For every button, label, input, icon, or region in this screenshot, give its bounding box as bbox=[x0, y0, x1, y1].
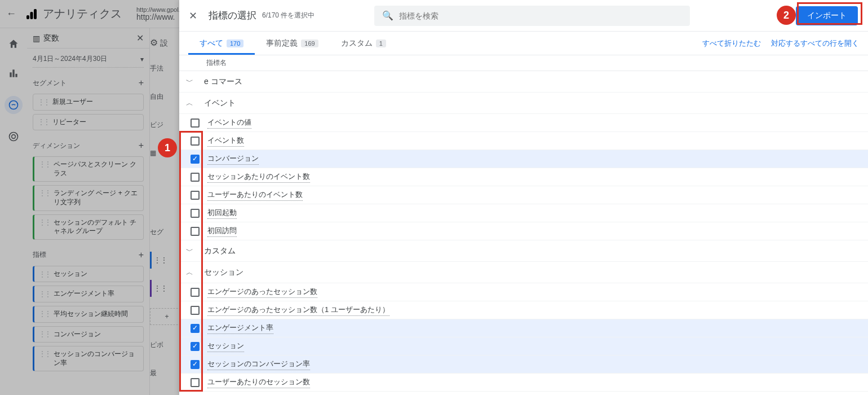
metric-checkbox[interactable] bbox=[191, 227, 200, 236]
dimension-pill[interactable]: ⋮⋮ランディング ページ + クエリ文字列 bbox=[33, 185, 144, 210]
metric-pill[interactable]: ⋮⋮セッションのコンバージョン率 bbox=[33, 346, 144, 371]
analytics-logo-icon bbox=[25, 7, 38, 21]
tab-custom[interactable]: カスタム 1 bbox=[330, 32, 397, 55]
pivot-label: ピボ bbox=[150, 336, 184, 353]
reports-icon[interactable] bbox=[7, 67, 20, 80]
drag-handle-icon: ⋮⋮ bbox=[38, 98, 49, 106]
variables-panel: ▥ 変数 ✕ 4月1日～2024年4月30日 ▾ セグメント + ⋮⋮新規ユーザ… bbox=[27, 28, 150, 395]
import-button[interactable]: インポート bbox=[796, 6, 858, 25]
modal-title: 指標の選択 bbox=[209, 9, 256, 22]
metric-item-row[interactable]: セッションあたりのイベント数 bbox=[179, 168, 868, 186]
close-variables-icon[interactable]: ✕ bbox=[136, 33, 144, 43]
metric-item-row[interactable]: セッションのコンバージョン率 bbox=[179, 356, 868, 374]
variables-icon: ▥ bbox=[33, 34, 40, 43]
metric-checkbox[interactable] bbox=[191, 209, 200, 218]
modal-header: ✕ 指標の選択 6/170 件を選択中 🔍 インポート bbox=[179, 0, 868, 32]
search-box[interactable]: 🔍 bbox=[374, 6, 690, 26]
search-input[interactable] bbox=[399, 11, 682, 20]
dimension-pill[interactable]: ⋮⋮セッションのデフォルト チャネル グループ bbox=[33, 214, 144, 240]
tab-all[interactable]: すべて 170 bbox=[188, 32, 255, 55]
metric-item-row[interactable]: エンゲージのあったセッション数（1 ユーザーあたり） bbox=[179, 301, 868, 319]
expand-matching-link[interactable]: 対応するすべての行を開く bbox=[771, 38, 859, 49]
chevron-down-icon[interactable]: ﹀ bbox=[183, 77, 196, 87]
segments-section-header: セグメント + bbox=[33, 76, 144, 90]
metric-item-label: エンゲージのあったセッション数（1 ユーザーあたり） bbox=[207, 304, 389, 317]
advertising-icon[interactable] bbox=[7, 130, 20, 143]
metric-item-label: 初回訪問 bbox=[207, 225, 237, 238]
metric-item-row[interactable]: コンバージョン bbox=[179, 150, 868, 168]
metric-group-row[interactable]: ﹀カスタム bbox=[179, 240, 868, 262]
metric-checkbox[interactable] bbox=[191, 306, 200, 315]
drag-handle-icon: ⋮⋮ bbox=[39, 270, 50, 278]
metric-pill[interactable]: ⋮⋮エンゲージメント率 bbox=[33, 286, 144, 302]
metric-item-row[interactable]: イベント数 bbox=[179, 132, 868, 150]
add-segment-icon[interactable]: + bbox=[139, 78, 144, 88]
metric-item-row[interactable]: ユーザーあたりのセッション数 bbox=[179, 374, 868, 392]
metric-checkbox[interactable] bbox=[191, 155, 200, 164]
metric-group-row[interactable]: ﹀e コマース bbox=[179, 71, 868, 93]
metric-item-row[interactable]: 初回訪問 bbox=[179, 222, 868, 240]
segment-pill[interactable]: ⋮⋮リピーター bbox=[33, 114, 144, 131]
metric-group-row[interactable]: ︿イベント bbox=[179, 93, 868, 114]
home-icon[interactable] bbox=[7, 37, 20, 51]
dimension-pill[interactable]: ⋮⋮ページパスとスクリーン クラス bbox=[33, 156, 144, 182]
explore-icon[interactable] bbox=[5, 96, 23, 114]
metric-item-row[interactable]: エンゲージメント率 bbox=[179, 319, 868, 337]
metric-pill[interactable]: ⋮⋮コンバージョン bbox=[33, 326, 144, 343]
collapse-all-link[interactable]: すべて折りたたむ bbox=[702, 38, 761, 49]
svg-point-8 bbox=[12, 135, 16, 139]
drag-handle-icon: ⋮⋮ bbox=[39, 310, 50, 318]
metric-picker-modal: ✕ 指標の選択 6/170 件を選択中 🔍 インポート すべて 170 事前定義… bbox=[179, 0, 868, 395]
selection-count: 6/170 件を選択中 bbox=[262, 11, 315, 20]
metric-checkbox[interactable] bbox=[191, 191, 200, 200]
visualization-label: ビジ bbox=[150, 116, 184, 133]
add-dimension-icon[interactable]: + bbox=[139, 141, 144, 151]
metric-checkbox[interactable] bbox=[191, 342, 200, 351]
metric-item-label: セッションのコンバージョン率 bbox=[207, 358, 310, 371]
metric-checkbox[interactable] bbox=[191, 360, 200, 369]
metric-item-label: セッションあたりのイベント数 bbox=[207, 171, 310, 183]
metric-item-row[interactable]: ユーザーあたりのイベント数 bbox=[179, 186, 868, 204]
add-row-button[interactable]: + bbox=[150, 308, 184, 325]
drag-handle-icon: ⋮⋮ bbox=[39, 330, 50, 338]
metric-item-row[interactable]: イベントの値 bbox=[179, 114, 868, 132]
segment-chip[interactable]: ⋮⋮ bbox=[150, 280, 184, 297]
gear-icon: ⚙ bbox=[150, 38, 158, 47]
chevron-up-icon[interactable]: ︿ bbox=[183, 98, 196, 108]
annotation-badge-2: 2 bbox=[777, 6, 796, 25]
metric-pill[interactable]: ⋮⋮平均セッション継続時間 bbox=[33, 306, 144, 323]
drag-handle-icon: ⋮⋮ bbox=[39, 189, 50, 197]
search-icon: 🔍 bbox=[382, 10, 393, 21]
metric-pill[interactable]: ⋮⋮セッション bbox=[33, 266, 144, 283]
metric-checkbox[interactable] bbox=[191, 137, 200, 146]
metric-item-label: エンゲージのあったセッション数 bbox=[207, 286, 317, 299]
metric-checkbox[interactable] bbox=[191, 118, 200, 128]
metric-checkbox[interactable] bbox=[191, 324, 200, 333]
metric-checkbox[interactable] bbox=[191, 378, 200, 387]
svg-rect-2 bbox=[34, 9, 37, 19]
segment-pill[interactable]: ⋮⋮新規ユーザー bbox=[33, 94, 144, 111]
annotation-badge-1: 1 bbox=[158, 138, 177, 157]
count-badge: 169 bbox=[301, 40, 318, 47]
variables-title: 変数 bbox=[43, 33, 136, 43]
close-modal-icon[interactable]: ✕ bbox=[186, 10, 200, 22]
metric-item-row[interactable]: 初回起動 bbox=[179, 204, 868, 222]
add-metric-icon[interactable]: + bbox=[139, 250, 144, 260]
metric-checkbox[interactable] bbox=[191, 288, 200, 297]
date-range-picker[interactable]: 4月1日～2024年4月30日 ▾ bbox=[33, 51, 144, 68]
metric-item-row[interactable]: セッション bbox=[179, 337, 868, 356]
metrics-list[interactable]: ﹀e コマース︿イベントイベントの値イベント数コンバージョンセッションあたりのイ… bbox=[179, 71, 868, 395]
metric-item-row[interactable]: エンゲージのあったセッション数 bbox=[179, 283, 868, 301]
settings-title-fragment: 設 bbox=[160, 38, 168, 47]
column-header: 指標名 bbox=[179, 55, 868, 71]
metric-item-label: ユーザーあたりのセッション数 bbox=[207, 376, 310, 389]
chevron-up-icon[interactable]: ︿ bbox=[183, 267, 196, 278]
metric-checkbox[interactable] bbox=[191, 173, 200, 182]
metric-group-row[interactable]: ︿セッション bbox=[179, 262, 868, 283]
back-arrow-icon[interactable]: ← bbox=[5, 8, 18, 20]
chevron-down-icon[interactable]: ﹀ bbox=[183, 246, 196, 256]
tab-predefined[interactable]: 事前定義 169 bbox=[255, 32, 329, 55]
segment-chip[interactable]: ⋮⋮ bbox=[150, 252, 184, 269]
svg-point-7 bbox=[10, 133, 18, 141]
chevron-down-icon: ▾ bbox=[140, 55, 144, 63]
